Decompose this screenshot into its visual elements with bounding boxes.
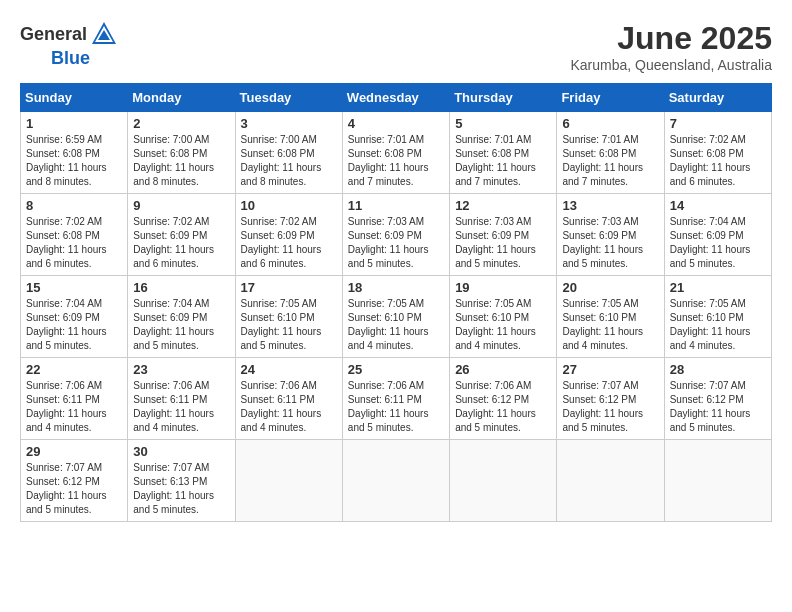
day-number: 26 xyxy=(455,362,551,377)
sunset-text: Sunset: 6:12 PM xyxy=(26,476,100,487)
sunrise-text: Sunrise: 7:06 AM xyxy=(241,380,317,391)
sunset-text: Sunset: 6:11 PM xyxy=(241,394,315,405)
day-number: 1 xyxy=(26,116,122,131)
sunrise-text: Sunrise: 7:00 AM xyxy=(241,134,317,145)
sunset-text: Sunset: 6:09 PM xyxy=(133,230,207,241)
sunrise-text: Sunrise: 7:07 AM xyxy=(670,380,746,391)
col-tuesday: Tuesday xyxy=(235,84,342,112)
sunrise-text: Sunrise: 7:02 AM xyxy=(241,216,317,227)
day-info: Sunrise: 7:01 AM Sunset: 6:08 PM Dayligh… xyxy=(348,133,444,189)
sunrise-text: Sunrise: 7:06 AM xyxy=(26,380,102,391)
col-monday: Monday xyxy=(128,84,235,112)
sunset-text: Sunset: 6:09 PM xyxy=(26,312,100,323)
daylight-text: Daylight: 11 hours and 6 minutes. xyxy=(241,244,322,269)
day-number: 22 xyxy=(26,362,122,377)
sunset-text: Sunset: 6:12 PM xyxy=(670,394,744,405)
day-info: Sunrise: 7:02 AM Sunset: 6:09 PM Dayligh… xyxy=(133,215,229,271)
sunrise-text: Sunrise: 7:02 AM xyxy=(133,216,209,227)
col-thursday: Thursday xyxy=(450,84,557,112)
daylight-text: Daylight: 11 hours and 6 minutes. xyxy=(670,162,751,187)
day-number: 28 xyxy=(670,362,766,377)
sunset-text: Sunset: 6:08 PM xyxy=(241,148,315,159)
sunset-text: Sunset: 6:10 PM xyxy=(670,312,744,323)
day-info: Sunrise: 7:05 AM Sunset: 6:10 PM Dayligh… xyxy=(348,297,444,353)
title-area: June 2025 Karumba, Queensland, Australia xyxy=(570,20,772,73)
day-number: 12 xyxy=(455,198,551,213)
sunset-text: Sunset: 6:08 PM xyxy=(562,148,636,159)
sunset-text: Sunset: 6:10 PM xyxy=(348,312,422,323)
table-row: 30 Sunrise: 7:07 AM Sunset: 6:13 PM Dayl… xyxy=(128,440,235,522)
table-row xyxy=(557,440,664,522)
sunset-text: Sunset: 6:10 PM xyxy=(562,312,636,323)
day-info: Sunrise: 7:04 AM Sunset: 6:09 PM Dayligh… xyxy=(133,297,229,353)
daylight-text: Daylight: 11 hours and 5 minutes. xyxy=(241,326,322,351)
table-row: 6 Sunrise: 7:01 AM Sunset: 6:08 PM Dayli… xyxy=(557,112,664,194)
day-info: Sunrise: 7:07 AM Sunset: 6:12 PM Dayligh… xyxy=(670,379,766,435)
day-number: 25 xyxy=(348,362,444,377)
month-year-title: June 2025 xyxy=(570,20,772,57)
table-row: 21 Sunrise: 7:05 AM Sunset: 6:10 PM Dayl… xyxy=(664,276,771,358)
logo-general-text: General xyxy=(20,24,87,45)
sunset-text: Sunset: 6:09 PM xyxy=(133,312,207,323)
day-number: 20 xyxy=(562,280,658,295)
day-info: Sunrise: 7:00 AM Sunset: 6:08 PM Dayligh… xyxy=(133,133,229,189)
day-info: Sunrise: 7:03 AM Sunset: 6:09 PM Dayligh… xyxy=(348,215,444,271)
day-number: 29 xyxy=(26,444,122,459)
table-row: 16 Sunrise: 7:04 AM Sunset: 6:09 PM Dayl… xyxy=(128,276,235,358)
daylight-text: Daylight: 11 hours and 4 minutes. xyxy=(670,326,751,351)
table-row: 15 Sunrise: 7:04 AM Sunset: 6:09 PM Dayl… xyxy=(21,276,128,358)
sunrise-text: Sunrise: 7:04 AM xyxy=(670,216,746,227)
sunset-text: Sunset: 6:08 PM xyxy=(26,230,100,241)
table-row: 26 Sunrise: 7:06 AM Sunset: 6:12 PM Dayl… xyxy=(450,358,557,440)
daylight-text: Daylight: 11 hours and 7 minutes. xyxy=(455,162,536,187)
logo-icon xyxy=(90,20,118,48)
day-number: 4 xyxy=(348,116,444,131)
day-number: 10 xyxy=(241,198,337,213)
day-info: Sunrise: 7:07 AM Sunset: 6:12 PM Dayligh… xyxy=(26,461,122,517)
sunrise-text: Sunrise: 7:03 AM xyxy=(455,216,531,227)
day-info: Sunrise: 7:05 AM Sunset: 6:10 PM Dayligh… xyxy=(670,297,766,353)
sunrise-text: Sunrise: 7:01 AM xyxy=(562,134,638,145)
sunrise-text: Sunrise: 6:59 AM xyxy=(26,134,102,145)
table-row: 20 Sunrise: 7:05 AM Sunset: 6:10 PM Dayl… xyxy=(557,276,664,358)
table-row: 13 Sunrise: 7:03 AM Sunset: 6:09 PM Dayl… xyxy=(557,194,664,276)
daylight-text: Daylight: 11 hours and 4 minutes. xyxy=(348,326,429,351)
daylight-text: Daylight: 11 hours and 5 minutes. xyxy=(562,408,643,433)
col-sunday: Sunday xyxy=(21,84,128,112)
daylight-text: Daylight: 11 hours and 8 minutes. xyxy=(241,162,322,187)
day-number: 9 xyxy=(133,198,229,213)
calendar-week-row: 22 Sunrise: 7:06 AM Sunset: 6:11 PM Dayl… xyxy=(21,358,772,440)
daylight-text: Daylight: 11 hours and 8 minutes. xyxy=(133,162,214,187)
table-row: 10 Sunrise: 7:02 AM Sunset: 6:09 PM Dayl… xyxy=(235,194,342,276)
table-row: 5 Sunrise: 7:01 AM Sunset: 6:08 PM Dayli… xyxy=(450,112,557,194)
table-row: 24 Sunrise: 7:06 AM Sunset: 6:11 PM Dayl… xyxy=(235,358,342,440)
day-info: Sunrise: 7:05 AM Sunset: 6:10 PM Dayligh… xyxy=(562,297,658,353)
table-row: 18 Sunrise: 7:05 AM Sunset: 6:10 PM Dayl… xyxy=(342,276,449,358)
sunrise-text: Sunrise: 7:05 AM xyxy=(455,298,531,309)
daylight-text: Daylight: 11 hours and 5 minutes. xyxy=(348,244,429,269)
day-number: 2 xyxy=(133,116,229,131)
daylight-text: Daylight: 11 hours and 5 minutes. xyxy=(455,408,536,433)
sunset-text: Sunset: 6:11 PM xyxy=(26,394,100,405)
calendar-week-row: 29 Sunrise: 7:07 AM Sunset: 6:12 PM Dayl… xyxy=(21,440,772,522)
day-number: 23 xyxy=(133,362,229,377)
day-number: 24 xyxy=(241,362,337,377)
day-number: 7 xyxy=(670,116,766,131)
location-subtitle: Karumba, Queensland, Australia xyxy=(570,57,772,73)
day-info: Sunrise: 7:07 AM Sunset: 6:13 PM Dayligh… xyxy=(133,461,229,517)
day-number: 6 xyxy=(562,116,658,131)
sunrise-text: Sunrise: 7:04 AM xyxy=(133,298,209,309)
table-row xyxy=(450,440,557,522)
sunset-text: Sunset: 6:09 PM xyxy=(562,230,636,241)
daylight-text: Daylight: 11 hours and 7 minutes. xyxy=(348,162,429,187)
sunset-text: Sunset: 6:08 PM xyxy=(455,148,529,159)
col-friday: Friday xyxy=(557,84,664,112)
daylight-text: Daylight: 11 hours and 8 minutes. xyxy=(26,162,107,187)
day-number: 14 xyxy=(670,198,766,213)
daylight-text: Daylight: 11 hours and 4 minutes. xyxy=(562,326,643,351)
table-row xyxy=(664,440,771,522)
daylight-text: Daylight: 11 hours and 4 minutes. xyxy=(241,408,322,433)
daylight-text: Daylight: 11 hours and 5 minutes. xyxy=(26,490,107,515)
day-info: Sunrise: 7:04 AM Sunset: 6:09 PM Dayligh… xyxy=(26,297,122,353)
day-info: Sunrise: 7:07 AM Sunset: 6:12 PM Dayligh… xyxy=(562,379,658,435)
